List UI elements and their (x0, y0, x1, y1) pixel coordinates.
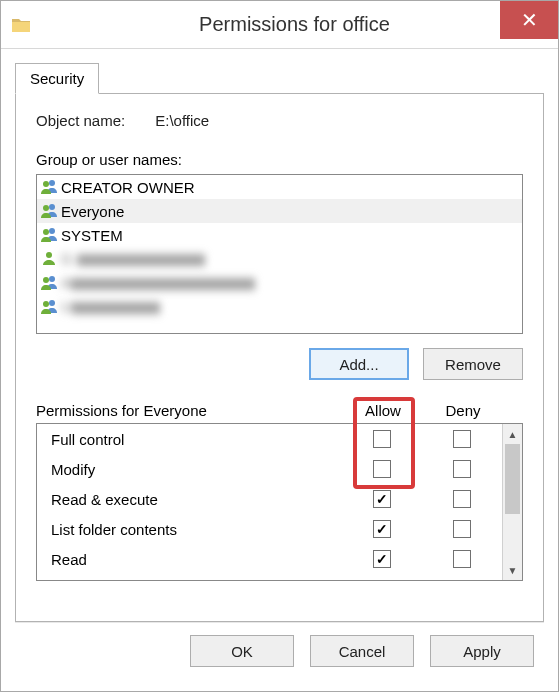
apply-button[interactable]: Apply (430, 635, 534, 667)
dialog-footer: OK Cancel Apply (15, 622, 544, 681)
deny-checkbox[interactable] (453, 550, 471, 568)
deny-checkbox[interactable] (453, 460, 471, 478)
folder-icon (11, 15, 31, 35)
scroll-down-arrow[interactable]: ▼ (503, 560, 522, 580)
user-name: CREATOR OWNER (61, 179, 195, 196)
tab-security[interactable]: Security (15, 63, 99, 94)
users-icon (41, 178, 57, 197)
permission-row: Modify (37, 454, 502, 484)
cancel-button-label: Cancel (339, 643, 386, 660)
users-listbox[interactable]: CREATOR OWNEREveryoneSYSTEMG ▮▮▮▮▮▮▮▮▮▮▮… (36, 174, 523, 334)
scroll-up-arrow[interactable]: ▲ (503, 424, 522, 444)
permission-row: Read✓ (37, 544, 502, 574)
user-row[interactable]: Everyone (37, 199, 522, 223)
apply-button-label: Apply (463, 643, 501, 660)
users-icon (41, 226, 57, 245)
permission-name: Read & execute (51, 491, 342, 508)
allow-checkbox[interactable] (373, 460, 391, 478)
svg-point-6 (46, 252, 52, 258)
permissions-list: Full controlModifyRead & execute✓List fo… (36, 423, 523, 581)
user-name: Everyone (61, 203, 124, 220)
svg-point-2 (49, 204, 55, 210)
user-row[interactable]: U▮▮▮▮▮▮▮▮▮▮▮ (37, 295, 522, 319)
allow-column-header: Allow (343, 402, 423, 419)
user-row[interactable]: A▮▮▮▮▮▮▮▮▮▮▮▮▮▮▮▮▮▮▮▮▮▮▮ (37, 271, 522, 295)
add-button[interactable]: Add... (309, 348, 409, 380)
cancel-button[interactable]: Cancel (310, 635, 414, 667)
deny-checkbox[interactable] (453, 430, 471, 448)
user-row[interactable]: G ▮▮▮▮▮▮▮▮▮▮▮▮▮▮▮▮ (37, 247, 522, 271)
user-name: A▮▮▮▮▮▮▮▮▮▮▮▮▮▮▮▮▮▮▮▮▮▮▮ (61, 274, 255, 292)
permission-row: List folder contents✓ (37, 514, 502, 544)
permissions-header: Permissions for Everyone Allow Deny (36, 402, 523, 419)
deny-column-header: Deny (423, 402, 503, 419)
permissions-scrollbar[interactable]: ▲ ▼ (502, 424, 522, 580)
window-title: Permissions for office (31, 13, 558, 36)
tab-label: Security (30, 70, 84, 87)
svg-point-4 (49, 228, 55, 234)
close-button[interactable]: ✕ (500, 1, 558, 39)
permissions-dialog: Permissions for office ✕ Security Object… (0, 0, 559, 692)
user-name: U▮▮▮▮▮▮▮▮▮▮▮ (61, 298, 160, 316)
dialog-body: Security Object name: E:\office Group or… (1, 49, 558, 691)
users-icon (41, 202, 57, 221)
permission-row: Read & execute✓ (37, 484, 502, 514)
close-icon: ✕ (521, 8, 538, 32)
remove-button[interactable]: Remove (423, 348, 523, 380)
svg-point-9 (49, 300, 55, 306)
tabstrip: Security (15, 63, 544, 93)
titlebar: Permissions for office ✕ (1, 1, 558, 49)
users-icon (41, 274, 57, 293)
svg-point-1 (43, 181, 49, 187)
object-name-label: Object name: (36, 112, 125, 129)
ok-button-label: OK (231, 643, 253, 660)
allow-checkbox[interactable]: ✓ (373, 490, 391, 508)
security-panel: Object name: E:\office Group or user nam… (15, 93, 544, 622)
deny-checkbox[interactable] (453, 520, 471, 538)
users-icon (41, 298, 57, 317)
permissions-for-label: Permissions for Everyone (36, 402, 343, 419)
allow-checkbox[interactable]: ✓ (373, 550, 391, 568)
svg-point-7 (49, 276, 55, 282)
object-name-row: Object name: E:\office (36, 112, 523, 129)
user-row[interactable]: CREATOR OWNER (37, 175, 522, 199)
user-row[interactable]: SYSTEM (37, 223, 522, 247)
svg-point-8 (43, 277, 49, 283)
add-button-label: Add... (339, 356, 378, 373)
svg-point-3 (43, 205, 49, 211)
user-buttons-row: Add... Remove (36, 348, 523, 380)
allow-checkbox[interactable] (373, 430, 391, 448)
svg-point-0 (49, 180, 55, 186)
group-users-label: Group or user names: (36, 151, 523, 168)
svg-point-5 (43, 229, 49, 235)
user-icon (41, 250, 57, 269)
permission-name: List folder contents (51, 521, 342, 538)
object-name-value: E:\office (155, 112, 209, 129)
user-name: G ▮▮▮▮▮▮▮▮▮▮▮▮▮▮▮▮ (61, 250, 205, 268)
remove-button-label: Remove (445, 356, 501, 373)
allow-checkbox[interactable]: ✓ (373, 520, 391, 538)
ok-button[interactable]: OK (190, 635, 294, 667)
scroll-thumb[interactable] (505, 444, 520, 514)
permission-name: Modify (51, 461, 342, 478)
deny-checkbox[interactable] (453, 490, 471, 508)
permission-name: Read (51, 551, 342, 568)
svg-point-10 (43, 301, 49, 307)
permission-row: Full control (37, 424, 502, 454)
user-name: SYSTEM (61, 227, 123, 244)
permission-name: Full control (51, 431, 342, 448)
